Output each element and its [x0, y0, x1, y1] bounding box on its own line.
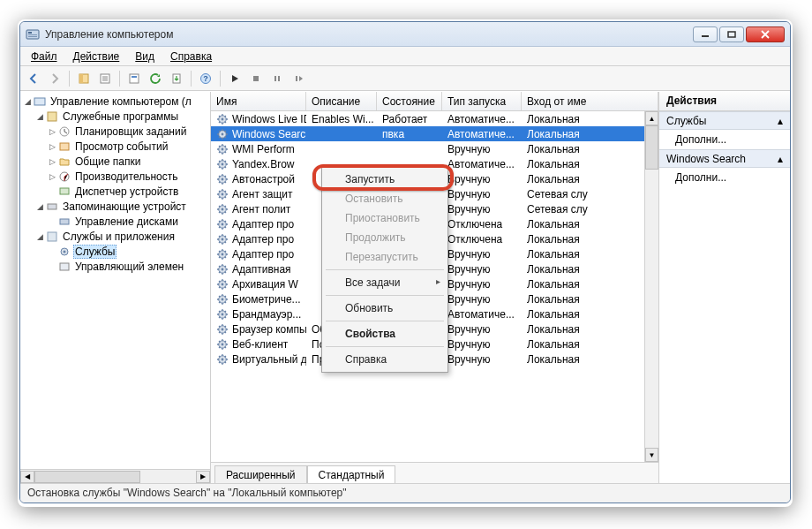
- svg-point-49: [222, 253, 224, 255]
- tree-root[interactable]: ◢ Управление компьютером (л: [22, 94, 210, 109]
- svg-rect-16: [278, 76, 280, 81]
- svg-point-47: [222, 238, 224, 240]
- menu-view[interactable]: Вид: [128, 49, 162, 64]
- scroll-right-arrow[interactable]: ▶: [196, 471, 210, 483]
- svg-rect-19: [48, 112, 56, 121]
- actions-group-selected[interactable]: Windows Search ▴: [659, 149, 790, 168]
- actions-more-2[interactable]: Дополни...: [659, 168, 790, 187]
- services-group-icon: [45, 230, 59, 244]
- svg-rect-14: [253, 76, 259, 81]
- svg-rect-17: [296, 76, 297, 81]
- collapse-arrow-icon: ▴: [778, 153, 783, 165]
- tree-device-manager[interactable]: Диспетчер устройств: [22, 184, 210, 199]
- properties-button[interactable]: [124, 69, 144, 88]
- svg-point-43: [222, 208, 224, 210]
- performance-icon: [57, 170, 71, 184]
- toolbar: ?: [20, 66, 790, 91]
- minimize-button[interactable]: [693, 26, 718, 42]
- scroll-left-arrow[interactable]: ◀: [20, 471, 34, 483]
- pause-service-button[interactable]: [267, 69, 287, 88]
- export-button[interactable]: [167, 69, 186, 88]
- event-icon: [57, 140, 71, 154]
- tree-task-scheduler[interactable]: ▷Планировщик заданий: [22, 124, 210, 139]
- menu-action[interactable]: Действие: [66, 49, 127, 64]
- tree-event-viewer[interactable]: ▷Просмотр событий: [22, 139, 210, 154]
- tree-horizontal-scrollbar[interactable]: ◀ ▶: [20, 469, 210, 483]
- context-menu: Запустить Остановить Приостановить Продо…: [321, 166, 448, 373]
- svg-point-55: [222, 298, 224, 300]
- device-icon: [57, 185, 71, 199]
- column-status[interactable]: Состояние: [377, 92, 442, 110]
- back-button[interactable]: [24, 69, 43, 88]
- svg-rect-18: [34, 98, 45, 105]
- show-hide-tree-button[interactable]: [74, 69, 94, 88]
- menu-help[interactable]: Справка: [163, 49, 219, 64]
- column-description[interactable]: Описание: [306, 92, 377, 110]
- restart-service-button[interactable]: [289, 69, 308, 88]
- tree-services[interactable]: Службы: [22, 244, 210, 259]
- ctx-help[interactable]: Справка: [324, 350, 446, 369]
- ctx-start[interactable]: Запустить: [324, 170, 446, 189]
- actions-header: Действия: [659, 92, 790, 111]
- menu-file[interactable]: Файл: [24, 49, 64, 64]
- scroll-down-arrow[interactable]: ▼: [645, 448, 658, 462]
- tab-standard[interactable]: Стандартный: [307, 465, 396, 483]
- start-service-button[interactable]: [225, 69, 244, 88]
- svg-rect-7: [79, 74, 83, 83]
- maximize-button[interactable]: [719, 26, 744, 42]
- ctx-restart: Перезапустить: [324, 247, 446, 267]
- grid-header: Имя Описание Состояние Тип запуска Вход …: [211, 92, 658, 111]
- storage-icon: [45, 200, 59, 214]
- svg-point-63: [222, 358, 224, 360]
- tree-storage[interactable]: ◢Запоминающие устройст: [22, 199, 210, 214]
- tree-shared-folders[interactable]: ▷Общие папки: [22, 154, 210, 169]
- column-name[interactable]: Имя: [211, 92, 306, 110]
- ctx-refresh[interactable]: Обновить: [324, 299, 446, 318]
- scroll-thumb[interactable]: [34, 471, 140, 483]
- service-row[interactable]: WMI PerformВручнуюЛокальная: [211, 141, 658, 156]
- svg-rect-24: [48, 204, 56, 209]
- export-list-button[interactable]: [95, 69, 115, 88]
- tree-wmi-control[interactable]: Управляющий элемен: [22, 259, 210, 274]
- svg-rect-9: [130, 74, 139, 83]
- ctx-all-tasks[interactable]: Все задачи: [324, 273, 446, 292]
- forward-button[interactable]: [45, 69, 64, 88]
- column-logon-as[interactable]: Вход от име: [522, 92, 658, 110]
- tree-system-tools[interactable]: ◢ Служебные программы: [22, 109, 210, 124]
- grid-vertical-scrollbar[interactable]: ▲ ▼: [644, 111, 658, 462]
- scroll-thumb[interactable]: [645, 125, 658, 170]
- svg-point-35: [222, 147, 224, 150]
- disk-icon: [57, 215, 71, 229]
- tree-disk-management[interactable]: Управление дисками: [22, 214, 210, 229]
- svg-rect-29: [60, 263, 69, 270]
- svg-rect-4: [702, 35, 709, 37]
- tree-services-apps[interactable]: ◢Службы и приложения: [22, 229, 210, 244]
- actions-more-1[interactable]: Дополни...: [659, 130, 790, 149]
- svg-rect-25: [60, 219, 69, 224]
- ctx-properties[interactable]: Свойства: [324, 324, 446, 344]
- titlebar[interactable]: Управление компьютером: [20, 22, 790, 47]
- stop-service-button[interactable]: [246, 69, 266, 88]
- close-button[interactable]: [746, 26, 785, 42]
- scroll-up-arrow[interactable]: ▲: [645, 111, 658, 125]
- svg-point-57: [222, 313, 224, 315]
- view-tabs: Расширенный Стандартный: [211, 462, 658, 483]
- svg-point-28: [64, 250, 66, 253]
- actions-group-services[interactable]: Службы ▴: [659, 111, 790, 130]
- tree-performance[interactable]: ▷Производительность: [22, 169, 210, 184]
- tab-extended[interactable]: Расширенный: [214, 465, 307, 483]
- svg-rect-21: [60, 143, 69, 150]
- help-button[interactable]: ?: [196, 69, 215, 88]
- svg-rect-1: [28, 32, 32, 34]
- service-row[interactable]: Windows SearchпвкаАвтоматиче...Локальная: [211, 126, 658, 141]
- refresh-button[interactable]: [146, 69, 165, 88]
- svg-point-41: [222, 193, 224, 195]
- navigation-tree-pane: ◢ Управление компьютером (л ◢ Служебные …: [20, 92, 211, 483]
- menubar: Файл Действие Вид Справка: [20, 47, 790, 66]
- service-row[interactable]: Windows Live ID S...Enables Wi...Работае…: [211, 111, 658, 126]
- svg-text:?: ?: [203, 74, 208, 83]
- column-startup-type[interactable]: Тип запуска: [442, 92, 522, 110]
- svg-rect-2: [28, 34, 37, 35]
- ctx-stop: Остановить: [324, 189, 446, 208]
- svg-rect-26: [48, 232, 56, 241]
